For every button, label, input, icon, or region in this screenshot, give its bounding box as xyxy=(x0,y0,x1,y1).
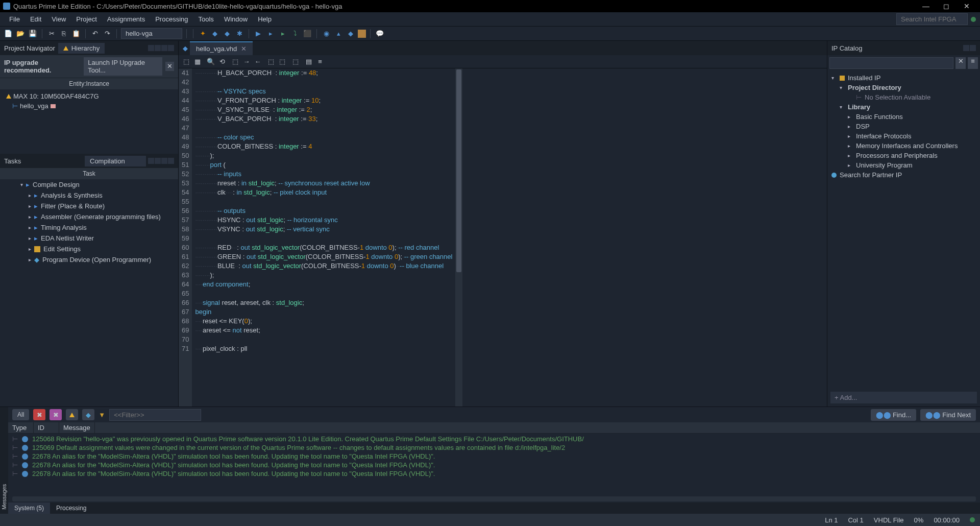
task-item[interactable]: ▸Edit Settings xyxy=(0,244,178,254)
code-editor[interactable]: 4142434445464748495051525354555657585960… xyxy=(179,68,827,407)
filter-critical-button[interactable]: ✖ xyxy=(50,409,62,420)
installed-ip-node[interactable]: ▾Installed IP xyxy=(831,73,976,83)
compile-icon[interactable]: ✦ xyxy=(198,29,208,39)
menu-processing[interactable]: Processing xyxy=(150,13,193,25)
dismiss-button[interactable]: ✕ xyxy=(165,62,174,71)
ip-category[interactable]: ▸Interface Protocols xyxy=(831,131,976,141)
compilation-selector[interactable]: Compilation xyxy=(85,156,146,166)
undo-icon[interactable]: ↶ xyxy=(90,29,100,39)
partner-ip[interactable]: Search for Partner IP xyxy=(831,170,976,180)
messages-side-tab[interactable]: Messages xyxy=(0,407,8,514)
play-icon[interactable]: ▶ xyxy=(253,29,263,39)
add-ip-button[interactable]: + Add... xyxy=(830,392,977,403)
ed-btn[interactable]: ⟲ xyxy=(217,57,227,66)
filter-all-button[interactable]: All xyxy=(12,409,29,420)
filter-error-button[interactable]: ✖ xyxy=(33,409,45,420)
copy-icon[interactable]: ⎘ xyxy=(59,29,69,39)
stop-icon[interactable]: ▸ xyxy=(265,29,276,39)
entity-node[interactable]: ⊢hello_vga xyxy=(4,101,174,111)
filter-info-button[interactable]: ◆ xyxy=(82,409,94,420)
task-item[interactable]: ▸▸Analysis & Synthesis xyxy=(0,190,178,201)
ed-btn[interactable]: → xyxy=(242,57,251,66)
ip-search-input[interactable] xyxy=(829,57,953,69)
project-dir-node[interactable]: ▾Project Directory xyxy=(831,83,976,92)
message-row[interactable]: ⊢22678 An alias for the "ModelSim-Altera… xyxy=(12,461,976,469)
ed-btn[interactable]: ⬚ xyxy=(231,57,240,66)
cut-icon[interactable]: ✂ xyxy=(46,29,57,39)
ed-btn[interactable]: ← xyxy=(253,57,262,66)
vertical-scrollbar[interactable] xyxy=(455,68,462,407)
menu-view[interactable]: View xyxy=(46,13,71,25)
message-row[interactable]: ⊢125068 Revision "hello-vga" was previou… xyxy=(12,435,976,443)
paste-icon[interactable]: 📋 xyxy=(71,29,81,39)
horizontal-scrollbar[interactable] xyxy=(12,496,976,501)
message-tab[interactable]: Processing xyxy=(50,503,92,514)
analyze-icon[interactable]: ◆ xyxy=(210,29,220,39)
ed-btn[interactable]: ▤ xyxy=(304,57,313,66)
clear-search-button[interactable]: ✕ xyxy=(955,57,966,69)
pause-icon[interactable]: ⬛ xyxy=(302,29,312,39)
library-node[interactable]: ▾Library xyxy=(831,102,976,112)
panel-btn[interactable] xyxy=(155,158,161,164)
panel-btn[interactable] xyxy=(161,158,167,164)
panel-btn[interactable] xyxy=(148,158,154,164)
task-item[interactable]: ▸▸Fitter (Place & Route) xyxy=(0,201,178,211)
search-options-button[interactable]: ≡ xyxy=(968,57,978,69)
task-item[interactable]: ▸▸Timing Analysis xyxy=(0,222,178,233)
ed-btn[interactable]: ≡ xyxy=(315,57,325,66)
task-item[interactable]: ▾▸Compile Design xyxy=(0,179,178,190)
menu-window[interactable]: Window xyxy=(219,13,253,25)
ed-btn[interactable]: ⬚ xyxy=(266,57,276,66)
save-icon[interactable]: 💾 xyxy=(28,29,38,39)
ed-btn[interactable]: 🔍 xyxy=(206,57,215,66)
new-icon[interactable]: 📄 xyxy=(3,29,13,39)
panel-btn[interactable] xyxy=(155,45,161,51)
panel-btn[interactable] xyxy=(970,45,976,51)
tool4-icon[interactable] xyxy=(358,30,366,38)
menu-file[interactable]: File xyxy=(4,13,25,25)
device-node[interactable]: MAX 10: 10M50DAF484C7G xyxy=(4,91,174,101)
ed-btn[interactable]: ⬚ xyxy=(291,57,300,66)
close-tab-button[interactable]: ✕ xyxy=(241,45,247,53)
ip-category[interactable]: ▸Processors and Peripherals xyxy=(831,151,976,160)
flag-icon[interactable]: ▼ xyxy=(99,411,105,419)
message-row[interactable]: ⊢125069 Default assignment values were c… xyxy=(12,443,976,452)
timing-icon[interactable]: ✱ xyxy=(234,29,244,39)
ip-category[interactable]: ▸Memory Interfaces and Controllers xyxy=(831,141,976,151)
skip-icon[interactable]: ⤵ xyxy=(290,29,300,39)
ed-btn[interactable]: ⬚ xyxy=(182,57,191,66)
project-selector[interactable]: hello-vga xyxy=(121,28,182,39)
ip-category[interactable]: ▸DSP xyxy=(831,122,976,131)
fit-icon[interactable]: ◆ xyxy=(222,29,232,39)
panel-btn[interactable] xyxy=(148,45,154,51)
panel-btn[interactable] xyxy=(963,45,969,51)
ed-btn[interactable]: ⬚ xyxy=(278,57,287,66)
menu-assignments[interactable]: Assignments xyxy=(102,13,150,25)
ip-category[interactable]: ▸Basic Functions xyxy=(831,112,976,122)
message-row[interactable]: ⊢22678 An alias for the "ModelSim-Altera… xyxy=(12,469,976,478)
launch-upgrade-button[interactable]: Launch IP Upgrade Tool... xyxy=(84,57,162,76)
ip-category[interactable]: ▸University Program xyxy=(831,160,976,170)
find-next-button[interactable]: ⬤⬤ Find Next xyxy=(920,409,976,421)
task-item[interactable]: ▸▸EDA Netlist Writer xyxy=(0,233,178,244)
panel-btn[interactable] xyxy=(168,158,174,164)
tool2-icon[interactable]: ▴ xyxy=(333,29,344,39)
maximize-button[interactable]: ◻ xyxy=(936,2,957,10)
menu-edit[interactable]: Edit xyxy=(25,13,46,25)
panel-btn[interactable] xyxy=(161,45,167,51)
panel-btn[interactable] xyxy=(168,45,174,51)
filter-warning-button[interactable] xyxy=(66,409,78,420)
menu-help[interactable]: Help xyxy=(253,13,277,25)
ed-btn[interactable]: ▦ xyxy=(193,57,202,66)
open-icon[interactable]: 📂 xyxy=(15,29,26,39)
menu-tools[interactable]: Tools xyxy=(193,13,219,25)
menu-project[interactable]: Project xyxy=(71,13,102,25)
minimize-button[interactable]: — xyxy=(916,2,936,10)
step-icon[interactable]: ▸ xyxy=(278,29,288,39)
message-tab[interactable]: System (5) xyxy=(8,503,50,514)
task-item[interactable]: ▸◆Program Device (Open Programmer) xyxy=(0,254,178,265)
chat-icon[interactable]: 💬 xyxy=(375,29,385,39)
close-button[interactable]: ✕ xyxy=(957,2,977,10)
task-item[interactable]: ▸▸Assembler (Generate programming files) xyxy=(0,211,178,222)
find-button[interactable]: ⬤⬤ Find... xyxy=(871,409,916,421)
